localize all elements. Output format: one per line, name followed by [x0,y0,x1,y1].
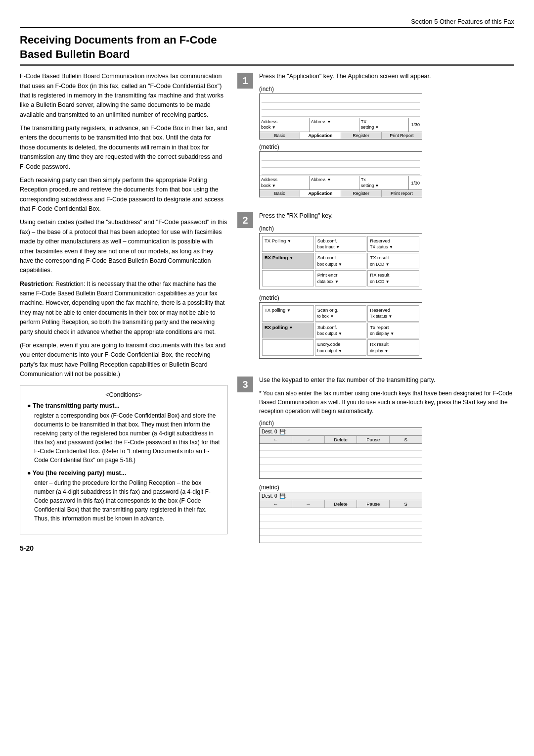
step1-inch-tab-app[interactable]: Application [300,132,341,139]
step1-number: 1 [237,73,253,89]
step3-inch-colon: : [285,429,287,434]
step2-metric-grid: TX polling ▼ Scan orig.to box ▼ Reserved… [260,303,422,358]
step2-metric-cell-scanorig[interactable]: Scan orig.to box ▼ [315,305,367,322]
step3-metric-btn-pause[interactable]: Pause [357,500,390,508]
step1-metric-btn-tx[interactable]: Txsetting ▼ [359,176,409,189]
intro-para-4: Using certain codes (called the "subaddr… [20,218,227,275]
step2-inch-cell-txpoll[interactable]: TX Polling ▼ [262,236,314,252]
step1-inch-screen: Addressbook ▼ Abbrev. ▼ TXsetting ▼ 1/30… [259,94,422,140]
step1-metric-tab-register[interactable]: Register [341,190,382,197]
title-line2: Based Bulletin Board [20,48,130,60]
step3-note: * You can also enter the fax number usin… [259,389,514,416]
step1-metric-tabs: Basic Application Register Print report [260,189,422,197]
step3-metric-btn-delete[interactable]: Delete [325,500,357,508]
step3-metric-fax-icon: 💾 [279,493,285,499]
conditions-title: <Conditions> [27,391,220,398]
step3-metric-dest-screen: Dest. 0 💾 : ← → Delete Pause S [259,492,422,543]
intro-para-3: Each receiving party can then simply per… [20,176,227,214]
step2-inch-cell-rxpoll[interactable]: RX Polling ▼ [262,253,314,269]
step1-inch-btn-abbrev[interactable]: Abbrev. ▼ [310,118,359,132]
step3-desc-text: Use the keypad to enter the fax number o… [259,377,435,383]
step3-inch-btn-row: ← → Delete Pause S [260,436,422,444]
step1-inch-btn-bar: Addressbook ▼ Abbrev. ▼ TXsetting ▼ 1/30 [260,118,422,132]
step2-inch-cell-subcbox[interactable]: Sub.conf.box Input ▼ [315,236,367,252]
step2-desc: Press the "RX Polling" key. [259,211,514,221]
step1-section: 1 Press the "Application" key. The Appli… [237,72,514,199]
step3-content: Use the keypad to enter the fax number o… [259,376,514,548]
step2-inch-screen: TX Polling ▼ Sub.conf.box Input ▼ Reserv… [259,233,422,289]
step2-content: Press the "RX Polling" key. (inch) TX Po… [259,211,514,364]
step3-inch-btn-left[interactable]: ← [260,436,292,443]
step3-inch-dest-bar: Dest. 0 💾 : [260,428,422,436]
step1-inch-tab-register[interactable]: Register [341,132,382,139]
step2-metric-cell-encry[interactable]: Encry.codebox output ▼ [315,339,367,356]
two-col-layout: F-Code Based Bulletin Board Communicatio… [20,72,514,560]
bullet2-header: ● You (the receiving party) must... [27,470,220,476]
bullet1-header: ● The transmitting party must... [27,402,220,409]
title-line1: Receiving Documents from an F-Code [20,34,217,46]
main-title: Receiving Documents from an F-Code Based… [20,33,514,66]
step2-metric-cell-txpoll[interactable]: TX polling ▼ [262,305,314,322]
step2-inch-cell-empty [262,270,314,286]
parenthetical: (For example, even if you are going to t… [20,341,227,379]
section-header: Section 5 Other Features of this Fax [20,18,514,28]
page-number: 5-20 [20,544,227,552]
step3-metric-btn-left[interactable]: ← [260,500,292,508]
step1-metric-btn-address[interactable]: Addressbook ▼ [260,176,310,189]
step2-metric-cell-txreport[interactable]: Tx reporton display ▼ [367,323,419,339]
step3-inch-btn-pause[interactable]: Pause [357,436,390,443]
step2-metric-cell-subcout[interactable]: Sub.conf.box output ▼ [315,323,367,339]
step3-inch-btn-delete[interactable]: Delete [325,436,357,443]
step1-metric-tab-basic[interactable]: Basic [260,190,300,197]
step2-metric-cell-rxresult[interactable]: Rx resultdisplay ▼ [367,339,419,356]
step2-inch-grid: TX Polling ▼ Sub.conf.box Input ▼ Reserv… [260,234,422,289]
step2-inch-cell-rxresult[interactable]: RX resulton LCD ▼ [367,270,419,286]
step1-content: Press the "Application" key. The Applica… [259,72,514,199]
step3-inch-dest-rows [260,444,422,478]
step3-metric-label: (metric) [259,484,514,491]
step1-metric-tab-printreport[interactable]: Print report [382,190,422,197]
step3-inch-fax-icon: 💾 [279,429,285,434]
step2-inch-label: (inch) [259,225,514,232]
step3-metric-dest-rows [260,508,422,543]
step1-inch-btn-address[interactable]: Addressbook ▼ [260,118,310,132]
step2-section: 2 Press the "RX Polling" key. (inch) TX … [237,211,514,364]
intro-para-2: The transmitting party registers, in adv… [20,124,227,172]
step2-metric-cell-reserved[interactable]: ReservedTx status ▼ [367,305,419,322]
step3-metric-dest-bar: Dest. 0 💾 : [260,492,422,500]
step3-inch-btn-s[interactable]: S [390,436,422,443]
intro-para-1: F-Code Based Bulletin Board Communicatio… [20,72,227,120]
step3-metric-btn-right[interactable]: → [292,500,325,508]
bullet2-title: ● You (the receiving party) must... [27,470,126,476]
step1-inch-tab-printreport[interactable]: Print Report [382,132,422,139]
step2-inch-cell-subcout[interactable]: Sub.conf.box output ▼ [315,253,367,269]
right-column: 1 Press the "Application" key. The Appli… [237,72,514,560]
conditions-box: <Conditions> ● The transmitting party mu… [20,385,227,534]
step3-metric-btn-s[interactable]: S [390,500,422,508]
step3-metric-btn-row: ← → Delete Pause S [260,500,422,508]
step1-inch-page: 1/30 [409,118,422,132]
step1-inch-tab-basic[interactable]: Basic [260,132,300,139]
step2-metric-cell-rxpoll[interactable]: RX polling ▼ [262,323,314,339]
step1-inch-label: (inch) [259,86,514,93]
step1-metric-screen: Addressbook ▼ Abbrev. ▼ Txsetting ▼ 1/30… [259,151,422,197]
step3-inch-btn-right[interactable]: → [292,436,325,443]
step1-metric-btn-bar: Addressbook ▼ Abbrev. ▼ Txsetting ▼ 1/30 [260,176,422,189]
step1-metric-btn-abbrev[interactable]: Abbrev. ▼ [310,176,359,189]
step2-inch-cell-printencr[interactable]: Print encrdata box ▼ [315,270,367,286]
step1-metric-label: (metric) [259,143,514,150]
left-column: F-Code Based Bulletin Board Communicatio… [20,72,227,560]
step1-metric-page: 1/30 [409,176,422,189]
step2-inch-cell-txresult[interactable]: TX resulton LCD ▼ [367,253,419,269]
step2-inch-cell-reserved[interactable]: ReservedTX status ▼ [367,236,419,252]
step1-metric-tab-app[interactable]: Application [300,190,341,197]
step2-metric-cell-empty [262,339,314,356]
section-header-text: Section 5 Other Features of this Fax [411,18,514,25]
bullet1-text: register a corresponding box (F-Code Con… [34,411,220,465]
step1-inch-tabs: Basic Application Register Print Report [260,132,422,139]
restriction-body: Restriction: It is necessary that the ot… [20,281,224,335]
step1-inch-btn-tx[interactable]: TXsetting ▼ [359,118,409,132]
step3-number: 3 [237,377,253,392]
step1-desc: Press the "Application" key. The Applica… [259,72,514,81]
step3-inch-label: (inch) [259,420,514,426]
